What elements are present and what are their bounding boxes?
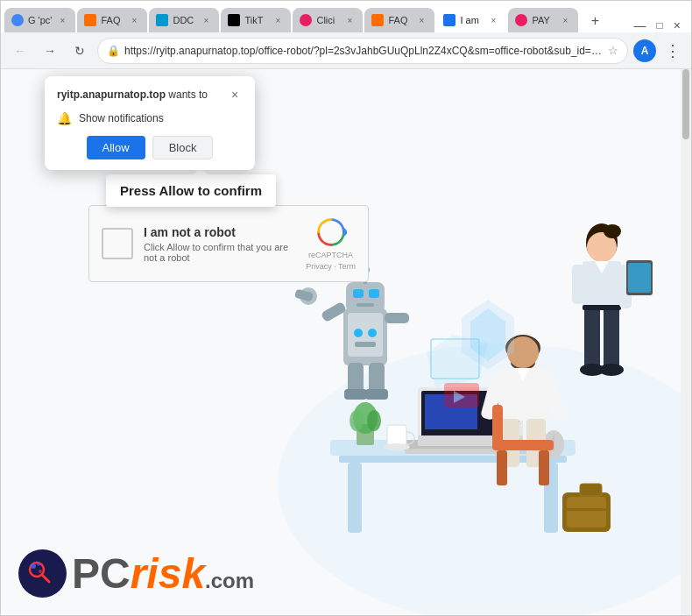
tab-close-ddc[interactable]: × — [200, 14, 212, 26]
pcrisk-pc: PC — [72, 550, 131, 597]
svg-point-37 — [368, 329, 377, 337]
svg-point-79 — [39, 570, 42, 573]
recaptcha-brand: reCAPTCHA — [308, 251, 353, 259]
window-restore-button[interactable]: □ — [657, 19, 663, 32]
bell-icon: 🔔 — [57, 111, 72, 125]
popup-close-button[interactable]: × — [227, 87, 243, 103]
svg-point-18 — [350, 410, 364, 431]
svg-rect-32 — [348, 363, 364, 393]
svg-point-36 — [354, 329, 363, 337]
svg-rect-69 — [567, 497, 606, 527]
svg-rect-49 — [583, 305, 621, 310]
recaptcha-checkbox[interactable] — [102, 228, 133, 259]
tab-google[interactable]: G 'pc' × — [4, 8, 75, 32]
forward-button[interactable]: → — [38, 39, 62, 63]
tab-click[interactable]: Clici × — [293, 8, 363, 32]
svg-point-45 — [604, 224, 621, 238]
tab-close-tiktok[interactable]: × — [272, 14, 284, 26]
svg-rect-71 — [567, 508, 606, 511]
tab-label-click: Clici — [316, 15, 339, 25]
tab-label-active: I am — [460, 15, 483, 25]
allow-button[interactable]: Allow — [87, 136, 145, 159]
svg-rect-66 — [539, 450, 549, 485]
profile-initial: A — [641, 45, 649, 57]
tab-close-click[interactable]: × — [343, 14, 356, 26]
back-icon: ← — [14, 44, 26, 58]
nav-bar: ← → ↻ 🔒 https://ryitp.anapurnatop.top/of… — [1, 32, 691, 69]
recaptcha-box: I am not a robot Click Allow to confirm … — [88, 205, 369, 282]
profile-avatar[interactable]: A — [633, 39, 656, 62]
svg-rect-23 — [353, 289, 364, 298]
recaptcha-subtitle: Click Allow to confirm that you are not … — [144, 242, 295, 263]
page-background: ryitp.anapurnatop.top wants to × 🔔 Show … — [1, 69, 681, 615]
tab-label-tiktok: TikT — [244, 15, 267, 25]
svg-rect-14 — [387, 425, 406, 446]
tab-tiktok[interactable]: TikT × — [221, 8, 291, 32]
tab-close-faq1[interactable]: × — [128, 14, 140, 26]
svg-rect-34 — [344, 389, 367, 400]
pcrisk-logo: PCrisk.com — [18, 549, 254, 598]
svg-rect-48 — [604, 307, 619, 368]
url-text: https://ryitp.anapurnatop.top/office-rob… — [124, 45, 604, 57]
scrollbar-thumb[interactable] — [682, 69, 689, 139]
notification-row: 🔔 Show notifications — [57, 111, 243, 125]
tab-label-faq1: FAQ — [101, 15, 124, 25]
forward-icon: → — [44, 44, 56, 58]
tab-close-faq2[interactable]: × — [415, 14, 427, 26]
tab-close-google[interactable]: × — [56, 14, 68, 26]
popup-buttons: Allow Block — [57, 136, 243, 159]
tab-close-pay[interactable]: × — [559, 14, 571, 26]
tab-label-google: G 'pc' — [28, 15, 52, 25]
svg-point-77 — [31, 563, 36, 569]
tab-faq2[interactable]: FAQ × — [364, 8, 434, 32]
svg-rect-28 — [321, 301, 347, 322]
svg-rect-65 — [497, 450, 507, 485]
svg-rect-38 — [355, 342, 376, 347]
block-button[interactable]: Block — [152, 136, 214, 159]
pcrisk-logo-icon — [21, 552, 65, 596]
svg-marker-74 — [343, 228, 347, 237]
svg-rect-47 — [584, 307, 600, 368]
svg-rect-3 — [348, 463, 362, 533]
recaptcha-text-area: I am not a robot Click Allow to confirm … — [144, 225, 295, 263]
pcrisk-text: PCrisk.com — [72, 553, 254, 595]
tab-active[interactable]: I am × — [436, 8, 506, 32]
pcrisk-icon — [18, 549, 67, 598]
popup-title: ryitp.anapurnatop.top wants to — [57, 89, 208, 101]
tab-label-faq2: FAQ — [388, 15, 411, 25]
browser-menu-button[interactable]: ⋮ — [661, 41, 684, 60]
tab-label-pay: PAY — [532, 15, 554, 25]
back-button[interactable]: ← — [8, 39, 32, 63]
recaptcha-logo-icon — [315, 216, 347, 248]
recaptcha-links: Privacy · Term — [306, 262, 356, 271]
bookmark-icon[interactable]: ☆ — [608, 44, 618, 57]
reload-icon: ↻ — [74, 44, 85, 58]
pcrisk-risk: risk — [131, 550, 205, 597]
reload-button[interactable]: ↻ — [67, 39, 92, 63]
svg-rect-53 — [628, 263, 651, 293]
svg-point-78 — [37, 563, 40, 566]
window-minimize-button[interactable]: — — [634, 18, 646, 32]
tab-ddc[interactable]: DDC × — [149, 8, 219, 32]
recaptcha-title: I am not a robot — [144, 225, 295, 239]
browser-frame: G 'pc' × FAQ × DDC × TikT × Clici × FAQ … — [0, 0, 692, 616]
tab-pay[interactable]: PAY × — [508, 8, 578, 32]
svg-point-15 — [384, 443, 410, 450]
tab-faq1[interactable]: FAQ × — [77, 8, 147, 32]
window-close-button[interactable]: × — [674, 18, 681, 32]
svg-rect-33 — [369, 363, 385, 393]
svg-rect-25 — [357, 303, 374, 307]
scrollbar[interactable] — [681, 69, 691, 615]
new-tab-button[interactable]: + — [583, 10, 606, 32]
svg-point-55 — [599, 364, 624, 376]
popup-header: ryitp.anapurnatop.top wants to × — [57, 87, 243, 103]
svg-rect-51 — [572, 265, 584, 304]
popup-title-suffix: wants to — [166, 89, 208, 101]
svg-rect-35 — [365, 389, 388, 400]
recaptcha-logo-area: reCAPTCHA Privacy · Term — [306, 216, 356, 271]
svg-rect-21 — [348, 313, 383, 357]
press-allow-text: Press Allow to confirm — [120, 183, 262, 198]
lock-icon: 🔒 — [107, 45, 120, 57]
tab-close-active[interactable]: × — [487, 14, 499, 26]
url-bar[interactable]: 🔒 https://ryitp.anapurnatop.top/office-r… — [97, 38, 628, 64]
